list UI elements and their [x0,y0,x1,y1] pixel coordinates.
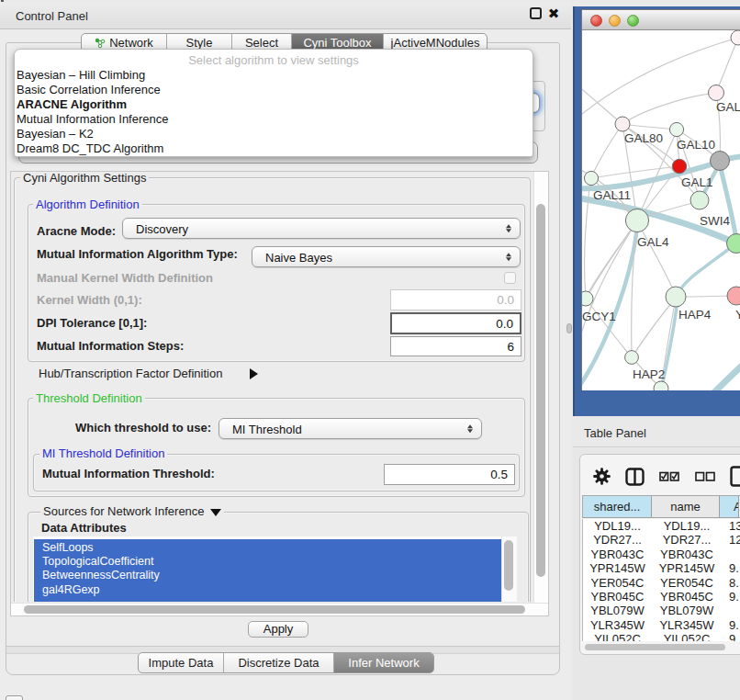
popup-item[interactable]: Bayesian – Hill Climbing [17,68,521,83]
network-window-titlebar[interactable] [582,10,740,30]
tab-select-label: Select [245,36,278,50]
list-item[interactable]: TopologicalCoefficient [42,555,153,569]
dpi-tolerance-field[interactable]: 0.0 [390,312,521,334]
node-label: HAP2 [633,367,665,381]
node-label: GCY1 [582,310,616,323]
node-gal80[interactable] [615,117,630,131]
network-canvas[interactable]: GAL2 GAL80 GAL10 GAL1 GAL11 SWI4 GAL4 GC… [582,30,740,390]
algorithm-placeholder: Select algorithm to view settings [15,53,533,67]
popup-item[interactable]: Mutual Information Inference [17,112,521,127]
popup-item-selected[interactable]: ARACNE Algorithm [17,97,521,112]
node-swi4[interactable] [690,191,709,209]
table-row[interactable]: YDR27...YDR27...12 [583,533,740,547]
settings-vscrollbar-thumb[interactable] [536,204,545,577]
tab-impute-data[interactable]: Impute Data [139,653,224,672]
node-label: GAL80 [624,131,663,145]
kernel-width-field[interactable]: 0.0 [390,289,521,310]
updown-arrows-icon [467,424,473,434]
which-threshold-select[interactable]: MI Threshold [219,418,482,439]
node-gal11[interactable] [584,171,598,185]
mi-type-value: Naive Bayes [265,250,332,264]
column-header-name[interactable]: name [652,496,720,517]
minimized-panel-icon[interactable] [6,695,23,700]
node-label: HAP4 [678,308,712,322]
node-salmon[interactable] [727,287,740,305]
table-row[interactable]: YLR345WYLR345W9. [583,618,740,632]
expand-arrow-icon[interactable] [250,368,258,379]
list-item[interactable]: BetweennessCentrality [42,569,160,582]
popup-item[interactable]: Dream8 DC_TDC Algorithm [17,141,521,156]
split-panel-icon[interactable] [625,468,645,486]
tab-discretize-data-label: Discretize Data [238,656,319,670]
threshold-definition-title: Threshold Definition [33,392,145,405]
manual-kernel-checkbox[interactable] [504,272,516,284]
minimize-traffic-light-icon[interactable] [609,15,621,27]
node-hap4[interactable] [666,287,686,307]
data-attributes-list[interactable]: SelfLoops TopologicalCoefficient Between… [33,536,517,602]
node-gal1[interactable] [672,159,686,173]
node-gal10[interactable] [669,122,683,136]
mi-threshold-field[interactable]: 0.5 [384,464,515,485]
control-panel-titlebar[interactable]: Control Panel ✖ [0,2,571,29]
gear-icon[interactable] [593,468,611,485]
table-row[interactable]: YBL079WYBL079W [583,604,740,617]
tab-style-label: Style [186,36,213,50]
algorithm-dropdown-popup: Select algorithm to view settings Bayesi… [14,49,533,157]
popup-item[interactable]: Basic Correlation Inference [17,83,521,97]
table-row[interactable]: YBR045CYBR045C9. [583,590,740,604]
document-icon[interactable] [730,466,740,487]
node-gal4[interactable] [625,209,648,231]
node[interactable] [731,30,740,45]
tab-infer-network[interactable]: Infer Network [334,653,433,672]
close-icon[interactable]: ✖ [546,5,561,23]
table-panel-titlebar[interactable]: Table Panel [573,416,740,447]
table-row[interactable]: YER054CYER054C8. [583,576,740,590]
mi-type-label: Mutual Information Algorithm Type: [37,248,238,261]
network-icon [95,38,106,49]
node-label: GAL11 [593,188,631,202]
unchecked-columns-icon[interactable] [695,470,715,483]
kernel-width-label: Kernel Width (0,1): [37,294,142,307]
network-window[interactable]: GAL2 GAL80 GAL10 GAL1 GAL11 SWI4 GAL4 GC… [581,9,740,390]
zoom-traffic-light-icon[interactable] [627,15,639,27]
mi-steps-field[interactable]: 6 [390,336,521,356]
list-scrollbar-thumb[interactable] [504,540,513,591]
mi-threshold-label: Mutual Information Threshold: [42,468,215,480]
table-hscrollbar-thumb[interactable] [585,644,725,650]
hub-definition-label[interactable]: Hub/Transcription Factor Definition [39,367,222,380]
node-gray[interactable] [711,152,730,171]
aracne-mode-select[interactable]: Discovery [122,218,521,239]
list-item[interactable]: SelfLoops [42,541,94,555]
node-hap2[interactable] [625,351,639,365]
settings-hscrollbar-thumb[interactable] [24,605,525,614]
column-header-shared[interactable]: shared... [583,496,652,517]
node-label: GAL4 [637,235,669,249]
table-row[interactable]: YDL19...YDL19...13 [583,519,740,533]
table-panel-title: Table Panel [584,426,646,440]
sources-group-title[interactable]: Sources for Network Inference [40,505,224,518]
close-traffic-light-icon[interactable] [590,15,602,27]
tab-jactivemnodules-label: jActiveMNodules [391,36,480,50]
table-row[interactable]: YPR145WYPR145W9. [583,561,740,575]
checked-columns-icon[interactable] [659,470,679,483]
float-window-icon[interactable] [530,7,542,19]
tab-network-label: Network [109,36,153,50]
tab-infer-network-label: Infer Network [348,656,419,670]
control-panel-title: Control Panel [16,9,88,23]
apply-button[interactable]: Apply [248,621,308,638]
node-gal2[interactable] [709,85,724,101]
node-gcy1[interactable] [582,291,593,306]
aracne-mode-label: Aracne Mode: [37,225,116,238]
table-row[interactable]: YBR043CYBR043C [583,548,740,561]
aracne-mode-value: Discovery [136,221,188,235]
splitter-grip[interactable] [566,323,572,333]
tab-discretize-data[interactable]: Discretize Data [224,653,334,672]
column-header-extra[interactable]: A [720,496,739,517]
list-item[interactable]: gal4RGexp [42,583,100,597]
popup-item[interactable]: Bayesian – K2 [17,127,521,141]
cyni-algorithm-settings-title: Cyni Algorithm Settings [20,172,149,185]
cytoscape-screen: Control Panel ✖ Network Style Select [0,0,740,700]
mi-type-select[interactable]: Naive Bayes [252,246,521,267]
mi-steps-label: Mutual Information Steps: [37,340,184,353]
table-row[interactable]: YIL052CYIL052C9. [583,632,740,641]
